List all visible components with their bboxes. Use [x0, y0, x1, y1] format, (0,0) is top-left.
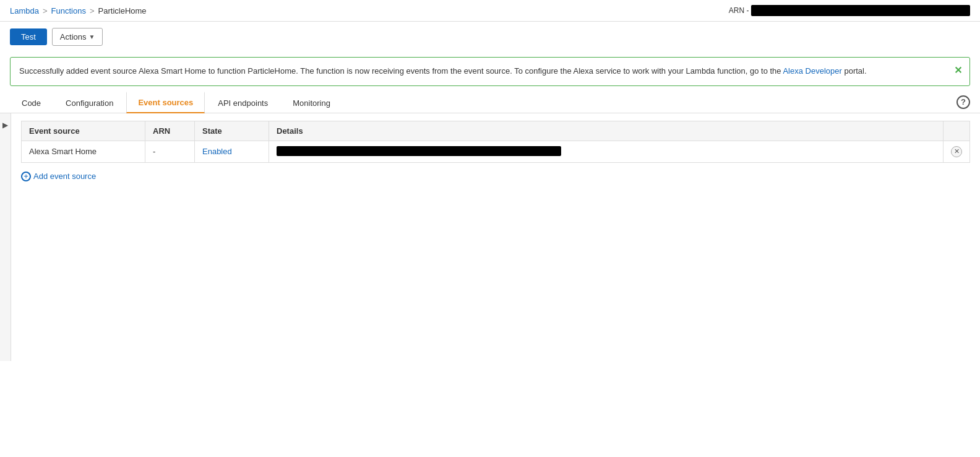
event-sources-table: Event source ARN State Details Alexa Sma…	[21, 121, 970, 163]
details-redacted-value	[277, 146, 561, 156]
plus-circle-icon: +	[21, 172, 31, 181]
arn-section: ARN - arn:aws:lambda:us-east-1:580030211…	[729, 5, 970, 16]
col-header-event-source: Event source	[22, 121, 145, 141]
alexa-developer-link[interactable]: Alexa Developer	[783, 66, 841, 76]
tabs-bar: Code Configuration Event sources API end…	[0, 91, 980, 113]
col-header-state: State	[195, 121, 269, 141]
alert-message-part1: Successfully added event source Alexa Sm…	[19, 66, 783, 76]
actions-label: Actions	[60, 32, 87, 41]
sidebar-toggle[interactable]: ▶	[0, 113, 11, 361]
sidebar-arrow-icon: ▶	[2, 121, 8, 129]
breadcrumb-sep1: >	[43, 6, 48, 15]
add-event-label: Add event source	[33, 172, 96, 181]
col-header-details: Details	[269, 121, 943, 141]
content-area: Event source ARN State Details Alexa Sma…	[11, 113, 980, 361]
success-alert: Successfully added event source Alexa Sm…	[10, 57, 970, 86]
tab-api-endpoints[interactable]: API endpoints	[206, 93, 280, 113]
tab-help-area: ?	[956, 95, 970, 113]
breadcrumb-current: ParticleHome	[98, 6, 147, 15]
breadcrumb: Lambda > Functions > ParticleHome	[10, 6, 147, 15]
main-content: ▶ Event source ARN State Details Alexa S…	[0, 113, 980, 361]
cell-event-source: Alexa Smart Home	[22, 141, 145, 162]
state-enabled-label: Enabled	[202, 147, 232, 156]
arn-value: arn:aws:lambda:us-east-1:580030211037:fu…	[751, 5, 970, 16]
tab-monitoring[interactable]: Monitoring	[281, 93, 342, 113]
top-bar: Lambda > Functions > ParticleHome ARN - …	[0, 0, 980, 22]
remove-row-button[interactable]: ✕	[951, 146, 962, 157]
actions-button[interactable]: Actions ▼	[52, 28, 103, 46]
tab-code[interactable]: Code	[10, 93, 53, 113]
breadcrumb-sep2: >	[90, 6, 95, 15]
col-header-arn: ARN	[145, 121, 195, 141]
col-header-action	[943, 121, 970, 141]
cell-remove: ✕	[943, 141, 970, 162]
cell-arn: -	[145, 141, 195, 162]
tab-event-sources[interactable]: Event sources	[126, 92, 205, 113]
table-row: Alexa Smart Home - Enabled ✕	[22, 141, 970, 162]
action-bar: Test Actions ▼	[0, 22, 980, 52]
tab-configuration[interactable]: Configuration	[54, 93, 125, 113]
test-button[interactable]: Test	[10, 28, 47, 45]
alert-message-part2: portal.	[842, 66, 867, 76]
alert-close-button[interactable]: ✕	[954, 63, 962, 79]
breadcrumb-functions[interactable]: Functions	[51, 6, 86, 15]
actions-dropdown-arrow: ▼	[88, 33, 95, 40]
cell-state: Enabled	[195, 141, 269, 162]
add-event-source-link[interactable]: + Add event source	[21, 172, 96, 181]
arn-label: ARN -	[729, 6, 749, 15]
breadcrumb-lambda[interactable]: Lambda	[10, 6, 39, 15]
cell-details	[269, 141, 943, 162]
help-icon[interactable]: ?	[956, 95, 970, 109]
